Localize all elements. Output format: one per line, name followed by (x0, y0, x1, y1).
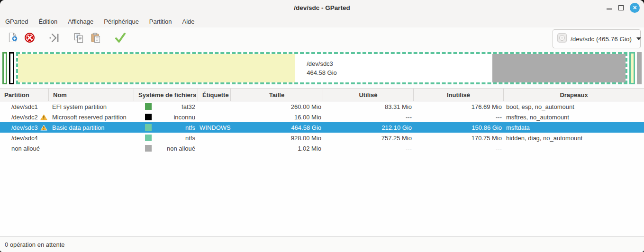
partition-segment-sdc3-selected[interactable]: /dev/sdc3 464.58 Gio (16, 52, 627, 84)
paste-partition-button[interactable] (87, 30, 104, 48)
partition-path: /dev/sdc4 (11, 135, 38, 142)
copy-partition-button[interactable] (70, 30, 87, 48)
apply-operations-button[interactable] (112, 30, 129, 48)
unused-value: 150.86 Gio (414, 124, 504, 131)
pending-operations-text: 0 opération en attente (5, 241, 65, 248)
selected-partition-size: 464.58 Gio (307, 68, 337, 77)
gparted-window: /dev/sdc - GParted ✕ GParted Édition Aff… (0, 0, 644, 252)
partition-bar: /dev/sdc3 464.58 Gio (2, 52, 642, 84)
menubar: GParted Édition Affichage Périphérique P… (0, 15, 644, 27)
table-row-sdc4[interactable]: /dev/sdc4 ntfs 928.00 Mio 757.25 Mio 170… (0, 133, 644, 143)
copy-pages-icon (73, 32, 84, 45)
flags-value: boot, esp, no_automount (504, 103, 644, 110)
flags-value: hidden, diag, no_automount (504, 135, 644, 142)
disk-visual-area: /dev/sdc3 464.58 Gio (0, 50, 644, 88)
size-value: 260.00 Mio (231, 103, 323, 110)
selected-partition-name: /dev/sdc3 (307, 59, 337, 68)
unused-value: 176.69 Mio (414, 103, 504, 110)
chevron-down-icon (636, 37, 641, 40)
partition-segment-sdc2[interactable] (9, 52, 14, 84)
flags-value: msftdata (504, 124, 644, 131)
filesystem-color-swatch (145, 114, 152, 120)
partition-name: EFI system partition (49, 103, 134, 110)
partition-path: non alloué (11, 145, 40, 152)
filesystem-type: ntfs (185, 135, 198, 142)
warning-icon (40, 125, 47, 131)
menu-partition[interactable]: Partition (145, 16, 176, 27)
menu-affichage[interactable]: Affichage (64, 16, 97, 27)
column-header-etiquette: Étiquette (198, 89, 231, 101)
partition-table: /dev/sdc1 EFI system partition fat32 260… (0, 101, 644, 153)
unused-value: --- (414, 114, 504, 121)
table-row-sdc3-selected[interactable]: /dev/sdc3 Basic data partition ntfs WIND… (0, 122, 644, 133)
window-controls: ✕ (607, 3, 644, 13)
size-value: 1.02 Mio (231, 145, 323, 152)
column-header-partition: Partition (0, 89, 49, 101)
window-title: /dev/sdc - GParted (0, 4, 644, 11)
table-row-unallocated[interactable]: non alloué non alloué 1.02 Mio --- --- (0, 143, 644, 153)
table-row-sdc2[interactable]: /dev/sdc2 Microsoft reserved partition i… (0, 112, 644, 122)
device-selector-value: /dev/sdc (465.76 Gio) (571, 36, 632, 43)
filesystem-color-swatch (145, 124, 152, 131)
new-partition-button[interactable] (4, 30, 21, 48)
size-value: 16.00 Mio (231, 114, 323, 121)
document-plus-icon (7, 32, 18, 45)
arrow-to-bar-icon (48, 32, 60, 45)
partition-path: /dev/sdc3 (11, 124, 38, 131)
table-empty-area (0, 153, 644, 236)
device-selector[interactable]: /dev/sdc (465.76 Gio) (553, 29, 641, 48)
green-check-icon (114, 32, 127, 45)
filesystem-type: ntfs (185, 124, 198, 131)
clipboard-icon (90, 32, 101, 45)
column-header-inutilise: Inutilisé (414, 89, 504, 101)
filesystem-color-swatch (145, 103, 152, 110)
unallocated-space-fill (492, 54, 626, 82)
partition-segment-sdc4[interactable] (629, 52, 635, 84)
close-button[interactable]: ✕ (630, 3, 640, 13)
delete-partition-button[interactable] (21, 30, 38, 48)
column-header-drapeaux: Drapeaux (504, 89, 644, 101)
unused-value: --- (414, 145, 504, 152)
filesystem-type: non alloué (167, 145, 198, 152)
partition-path: /dev/sdc1 (11, 103, 38, 110)
used-value: --- (323, 114, 414, 121)
filesystem-type: inconnu (173, 114, 198, 121)
filesystem-color-swatch (145, 145, 152, 152)
selected-partition-label: /dev/sdc3 464.58 Gio (307, 59, 337, 77)
partition-name: Basic data partition (49, 124, 134, 131)
partition-path: /dev/sdc2 (11, 114, 38, 121)
used-space-fill (18, 54, 295, 82)
menu-gparted[interactable]: GParted (1, 16, 32, 27)
filesystem-type: fat32 (181, 103, 198, 110)
unused-value: 170.75 Mio (414, 135, 504, 142)
flags-value: msftres, no_automount (504, 114, 644, 121)
resize-move-button[interactable] (45, 30, 63, 48)
size-value: 464.58 Gio (231, 124, 323, 131)
size-value: 928.00 Mio (231, 135, 323, 142)
unallocated-segment[interactable] (637, 52, 642, 84)
maximize-button[interactable] (618, 5, 624, 10)
partition-label: WINDOWS (198, 124, 231, 131)
menu-peripherique[interactable]: Périphérique (100, 16, 143, 27)
statusbar: 0 opération en attente (0, 236, 644, 252)
table-header: Partition Nom Système de fichiers Étique… (0, 88, 644, 101)
used-value: 83.31 Mio (323, 103, 414, 110)
column-header-systeme-de-fichiers: Système de fichiers (134, 89, 198, 101)
toolbar: /dev/sdc (465.76 Gio) (0, 27, 644, 50)
partition-segment-sdc1[interactable] (2, 52, 7, 84)
used-value: 757.25 Mio (323, 135, 414, 142)
disk-icon (557, 33, 567, 45)
column-header-taille: Taille (231, 89, 323, 101)
filesystem-color-swatch (145, 135, 152, 141)
warning-icon (40, 114, 47, 120)
red-cross-circle-icon (24, 32, 35, 45)
used-value: --- (323, 145, 414, 152)
titlebar: /dev/sdc - GParted ✕ (0, 0, 644, 15)
column-header-utilise: Utilisé (323, 89, 414, 101)
menu-aide[interactable]: Aide (179, 16, 199, 27)
menu-edition[interactable]: Édition (35, 16, 61, 27)
used-value: 212.10 Gio (323, 124, 414, 131)
column-header-nom: Nom (49, 89, 134, 101)
table-row-sdc1[interactable]: /dev/sdc1 EFI system partition fat32 260… (0, 101, 644, 112)
minimize-button[interactable] (607, 9, 612, 9)
